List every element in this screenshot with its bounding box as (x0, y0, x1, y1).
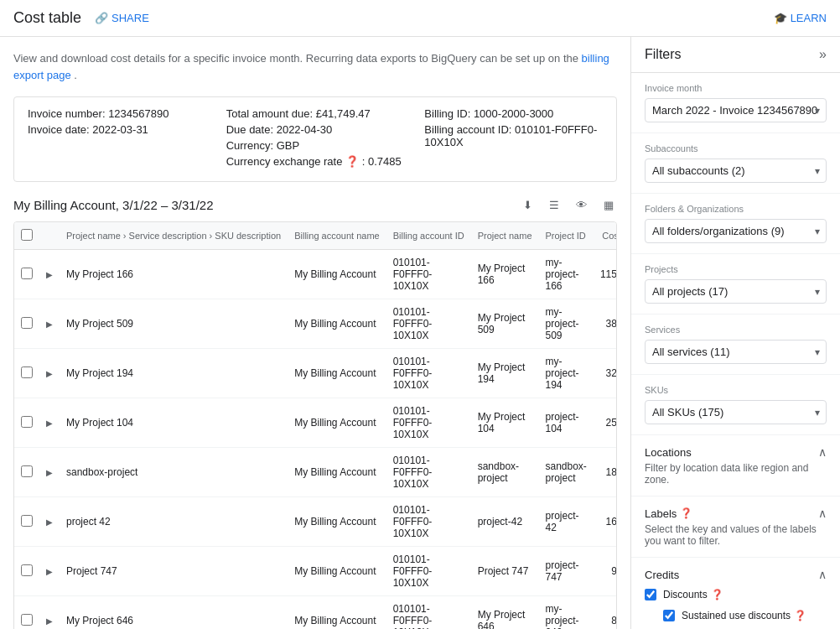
row-expand-icon[interactable]: ▶ (46, 517, 53, 527)
skus-select[interactable]: All SKUs (175) (645, 400, 827, 424)
table-row: ▶ My Project 104 My Billing Account 0101… (14, 398, 616, 448)
row-billing-id: 010101-F0FFF0-10X10X (386, 547, 471, 596)
header-project-name-col[interactable]: Project name (471, 222, 539, 250)
services-filter: Services All services (11) (631, 314, 840, 375)
table-row: ▶ Project 747 My Billing Account 010101-… (14, 547, 616, 596)
skus-select-wrapper: All SKUs (175) (645, 400, 827, 424)
row-checkbox[interactable] (21, 366, 33, 378)
row-checkbox[interactable] (21, 268, 33, 279)
section-header: My Billing Account, 3/1/22 – 3/31/22 ⬇ ☰… (13, 195, 617, 215)
row-billing-name: My Billing Account (288, 398, 386, 448)
row-project-name: Project 747 (471, 547, 539, 596)
services-select-wrapper: All services (11) (645, 340, 827, 364)
row-expand-cell: ▶ (39, 349, 60, 398)
row-checkbox[interactable] (21, 416, 33, 428)
discounts-help-icon[interactable]: ❓ (711, 589, 723, 600)
row-checkbox[interactable] (21, 317, 33, 329)
folders-select[interactable]: All folders/organizations (9) (645, 219, 827, 243)
credits-filter: Credits ∧ Discounts ❓ Sus (631, 558, 840, 629)
row-cost: 890.06 (594, 596, 616, 630)
row-checkbox[interactable] (21, 614, 33, 626)
row-cost: 3285.90 (594, 349, 616, 398)
projects-select[interactable]: All projects (17) (645, 279, 827, 304)
invoice-month-select[interactable]: March 2022 - Invoice 1234567890 (645, 98, 827, 122)
row-expand-icon[interactable]: ▶ (46, 320, 53, 329)
learn-button[interactable]: 🎓 LEARN (774, 12, 827, 24)
table-header-row: Project name › Service description › SKU… (14, 222, 616, 250)
currency-row: Currency: GBP (226, 139, 405, 152)
row-billing-id: 010101-F0FFF0-10X10X (386, 299, 471, 349)
select-all-checkbox[interactable] (21, 229, 33, 241)
folders-select-wrapper: All folders/organizations (9) (645, 219, 827, 243)
collapse-sidebar-button[interactable]: » (819, 47, 827, 62)
download-button[interactable]: ⬇ (520, 195, 536, 215)
row-expand-icon[interactable]: ▶ (46, 468, 53, 477)
billing-account-row: Billing account ID: 010101-F0FFF0-10X10X (424, 123, 603, 148)
row-billing-name: My Billing Account (288, 497, 386, 547)
row-checkbox[interactable] (21, 515, 33, 527)
row-cost: 906.06 (594, 547, 616, 596)
row-expand-icon[interactable]: ▶ (46, 567, 53, 576)
credits-collapse-icon[interactable]: ∧ (818, 568, 827, 581)
chart-button[interactable]: ▦ (600, 195, 617, 215)
section-actions: ⬇ ☰ 👁 ▦ (520, 195, 617, 215)
sustained-checkbox[interactable] (663, 610, 675, 621)
labels-title: Labels (645, 507, 677, 520)
locations-title: Locations (645, 446, 692, 459)
row-billing-name: My Billing Account (288, 349, 386, 398)
row-expand-cell: ▶ (39, 448, 60, 497)
app-header: Cost table 🔗 SHARE 🎓 LEARN (0, 0, 840, 37)
row-expand-cell: ▶ (39, 398, 60, 448)
labels-desc: Select the key and values of the labels … (645, 523, 827, 547)
discounts-checkbox[interactable] (645, 589, 656, 600)
labels-header[interactable]: Labels ❓ ∧ (645, 507, 827, 520)
projects-select-wrapper: All projects (17) (645, 279, 827, 304)
row-project-id: project-747 (539, 547, 594, 596)
row-project-id: my-project-646 (539, 596, 594, 630)
visibility-icon: 👁 (576, 199, 587, 211)
row-project-name: My Project 104 (471, 398, 539, 448)
table-scroll[interactable]: Project name › Service description › SKU… (14, 222, 616, 629)
subaccounts-label: Subaccounts (645, 143, 827, 153)
row-checkbox[interactable] (21, 465, 33, 477)
row-project-desc: My Project 104 (60, 398, 288, 448)
labels-help-icon[interactable]: ❓ (680, 507, 692, 519)
header-billing-account-name[interactable]: Billing account name (288, 222, 386, 250)
row-cost: 1641.04 (594, 497, 616, 547)
header-checkbox-cell (14, 222, 39, 250)
row-checkbox-cell (14, 547, 39, 596)
columns-button[interactable]: ☰ (546, 195, 563, 215)
share-button[interactable]: 🔗 SHARE (95, 12, 149, 24)
section-title: My Billing Account, 3/1/22 – 3/31/22 (13, 198, 213, 212)
row-expand-cell: ▶ (39, 250, 60, 299)
row-expand-icon[interactable]: ▶ (46, 270, 53, 279)
locations-header[interactable]: Locations ∧ (645, 445, 827, 459)
sustained-help-icon[interactable]: ❓ (794, 610, 806, 621)
header-billing-account-id[interactable]: Billing account ID (386, 222, 471, 250)
row-billing-id: 010101-F0FFF0-10X10X (386, 448, 471, 497)
skus-filter: SKUs All SKUs (175) (631, 375, 840, 435)
table-row: ▶ project 42 My Billing Account 010101-F… (14, 497, 616, 547)
filters-title: Filters (645, 47, 682, 62)
row-project-name: project-42 (471, 497, 539, 547)
row-checkbox-cell (14, 299, 39, 349)
header-cost[interactable]: Cost (£) ↓ (594, 222, 616, 250)
visibility-button[interactable]: 👁 (573, 195, 590, 215)
header-project-id[interactable]: Project ID (539, 222, 594, 250)
exchange-rate-help-icon[interactable]: ❓ (345, 155, 359, 168)
services-select[interactable]: All services (11) (645, 340, 827, 364)
row-billing-id: 010101-F0FFF0-10X10X (386, 398, 471, 448)
row-expand-icon[interactable]: ▶ (46, 369, 53, 378)
row-expand-icon[interactable]: ▶ (46, 418, 53, 428)
row-project-desc: project 42 (60, 497, 288, 547)
subaccounts-select-wrapper: All subaccounts (2) (645, 159, 827, 183)
row-expand-icon[interactable]: ▶ (46, 616, 53, 626)
header-project-name[interactable]: Project name › Service description › SKU… (60, 222, 288, 250)
row-project-name: My Project 166 (471, 250, 539, 299)
row-checkbox[interactable] (21, 564, 33, 576)
subaccounts-select[interactable]: All subaccounts (2) (645, 159, 827, 183)
discounts-label: Discounts (663, 588, 708, 602)
row-billing-id: 010101-F0FFF0-10X10X (386, 250, 471, 299)
invoice-month-filter: Invoice month March 2022 - Invoice 12345… (631, 73, 840, 133)
invoice-info-panel: Invoice number: 1234567890 Invoice date:… (13, 96, 617, 182)
